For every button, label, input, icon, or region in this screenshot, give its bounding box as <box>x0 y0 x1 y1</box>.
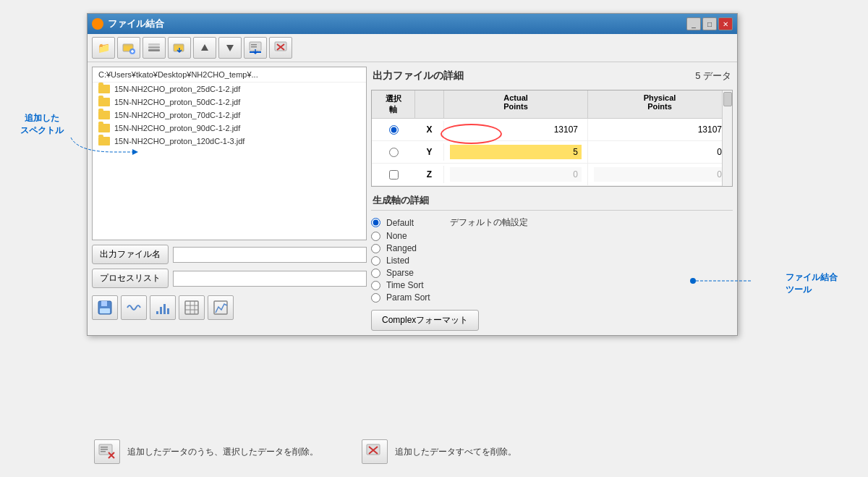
footer-item-1: 追加したデータのうち、選択したデータを削除。 <box>94 439 318 464</box>
svg-rect-11 <box>101 301 107 306</box>
z-actual-input[interactable] <box>450 167 582 182</box>
svg-rect-3 <box>148 46 160 48</box>
generation-title: 生成軸の詳細 <box>371 191 733 211</box>
spectrum-icon-button[interactable] <box>150 295 176 320</box>
physical-points-header: PhysicalPoints <box>588 90 732 118</box>
file-name: 15N-NH2CHO_proton_120dC-1-3.jdf <box>114 137 244 145</box>
arrow-up-button[interactable] <box>193 37 216 59</box>
file-name: 15N-NH2CHO_proton_50dC-1-2.jdf <box>114 98 240 106</box>
svg-rect-7 <box>251 44 257 46</box>
x-actual-cell <box>444 119 588 140</box>
none-radio[interactable] <box>371 232 380 241</box>
y-physical-cell <box>588 141 732 163</box>
z-physical-cell <box>588 164 732 185</box>
sparse-label: Sparse <box>386 268 444 278</box>
z-axis-label: Z <box>415 166 444 183</box>
left-annotation: 追加したスペクトル <box>20 112 64 137</box>
z-checkbox[interactable] <box>389 170 399 180</box>
svg-rect-14 <box>160 307 162 314</box>
complex-format-button[interactable]: Complexフォーマット <box>371 310 479 331</box>
axis-table: 選択 軸 ActualPoints PhysicalPoints X <box>371 90 733 187</box>
svg-rect-15 <box>163 304 166 314</box>
save-folder-button[interactable] <box>168 37 191 59</box>
footer-text-2: 追加したデータすべてを削除。 <box>395 446 516 458</box>
actual-points-header: ActualPoints <box>444 90 588 118</box>
y-actual-input[interactable] <box>450 145 582 159</box>
process-list-input[interactable] <box>173 271 367 287</box>
z-actual-cell <box>444 164 588 185</box>
x-physical-input[interactable] <box>594 122 726 137</box>
x-radio[interactable] <box>389 125 399 135</box>
time-sort-label: Time Sort <box>386 280 444 290</box>
file-name: 15N-NH2CHO_proton_90dC-1-2.jdf <box>114 124 240 132</box>
maximize-button[interactable]: □ <box>702 17 717 30</box>
save-icon-button[interactable] <box>92 295 118 320</box>
right-panel: 出力ファイルの詳細 5 データ 選択 軸 ActualPoints Physic… <box>371 67 733 331</box>
list-item[interactable]: 15N-NH2CHO_proton_50dC-1-2.jdf <box>93 96 366 109</box>
chart-icon-button[interactable] <box>208 295 234 320</box>
svg-rect-13 <box>156 311 158 314</box>
delete-button[interactable] <box>269 37 292 59</box>
param-sort-label: Param Sort <box>386 292 444 303</box>
data-count: 5 データ <box>695 69 731 83</box>
svg-rect-4 <box>148 43 160 46</box>
none-label: None <box>386 231 444 241</box>
param-sort-radio[interactable] <box>371 293 380 303</box>
main-content: C:¥Users¥tkato¥Desktop¥NH2CHO_temp¥... 1… <box>88 62 737 335</box>
process-list-row: プロセスリスト <box>92 269 367 288</box>
generation-options: Default デフォルトの軸設定 None Ranged Listed <box>371 214 733 305</box>
delete-selected-footer-icon <box>94 439 120 464</box>
y-radio[interactable] <box>389 148 399 157</box>
close-button[interactable]: ✕ <box>718 17 733 30</box>
window-title: ファイル結合 <box>108 17 164 30</box>
scrollbar-thumb[interactable] <box>723 92 732 106</box>
svg-rect-17 <box>185 301 198 314</box>
listed-label: Listed <box>386 256 444 266</box>
generation-section: 生成軸の詳細 Default デフォルトの軸設定 None Ranged <box>371 191 733 331</box>
default-radio[interactable] <box>371 218 380 227</box>
title-bar-left: ファイル結合 <box>92 17 164 30</box>
svg-rect-5 <box>174 44 184 51</box>
option-row-sparse: Sparse <box>371 268 733 278</box>
table-icon-button[interactable] <box>179 295 205 320</box>
output-filename-input[interactable] <box>173 247 367 263</box>
option-row-param-sort: Param Sort <box>371 292 733 303</box>
export-button[interactable] <box>244 37 267 59</box>
ranged-radio[interactable] <box>371 244 380 253</box>
x-axis-label: X <box>415 121 444 138</box>
list-item[interactable]: 15N-NH2CHO_proton_120dC-1-3.jdf <box>93 135 366 148</box>
process-list-button[interactable]: プロセスリスト <box>92 269 169 288</box>
ranged-label: Ranged <box>386 243 444 253</box>
option-row-default: Default デフォルトの軸設定 <box>371 216 733 229</box>
arrow-down-button[interactable] <box>218 37 242 59</box>
option-row-time-sort: Time Sort <box>371 280 733 290</box>
z-physical-input[interactable] <box>594 167 726 182</box>
layers-button[interactable] <box>142 37 166 59</box>
folder-icon <box>98 98 110 106</box>
time-sort-radio[interactable] <box>371 281 380 290</box>
open-file-button[interactable] <box>117 37 140 59</box>
axis-scrollbar[interactable] <box>722 90 732 186</box>
sparse-radio[interactable] <box>371 269 380 278</box>
minimize-button[interactable]: _ <box>686 17 701 30</box>
x-physical-cell <box>588 119 732 140</box>
footer-item-2: 追加したデータすべてを削除。 <box>362 439 516 464</box>
waveform-icon-button[interactable] <box>121 295 147 320</box>
y-select-cell <box>372 144 415 161</box>
svg-rect-23 <box>101 447 108 448</box>
x-select-cell <box>372 122 415 138</box>
open-folder-button[interactable]: 📁 <box>92 37 115 59</box>
option-row-listed: Listed <box>371 256 733 266</box>
y-physical-input[interactable] <box>594 145 726 159</box>
output-header: 出力ファイルの詳細 5 データ <box>371 67 733 85</box>
default-desc: デフォルトの軸設定 <box>450 216 528 229</box>
x-actual-input[interactable] <box>450 122 582 137</box>
file-list-scroll[interactable]: C:¥Users¥tkato¥Desktop¥NH2CHO_temp¥... 1… <box>93 67 366 240</box>
delete-all-footer-icon <box>362 439 388 464</box>
list-item[interactable]: 15N-NH2CHO_proton_90dC-1-2.jdf <box>93 122 366 135</box>
list-item[interactable]: 15N-NH2CHO_proton_70dC-1-2.jdf <box>93 109 366 122</box>
listed-radio[interactable] <box>371 256 380 266</box>
svg-rect-2 <box>148 49 160 51</box>
list-item[interactable]: 15N-NH2CHO_proton_25dC-1-2.jdf <box>93 83 366 96</box>
output-filename-button[interactable]: 出力ファイル名 <box>92 245 169 264</box>
